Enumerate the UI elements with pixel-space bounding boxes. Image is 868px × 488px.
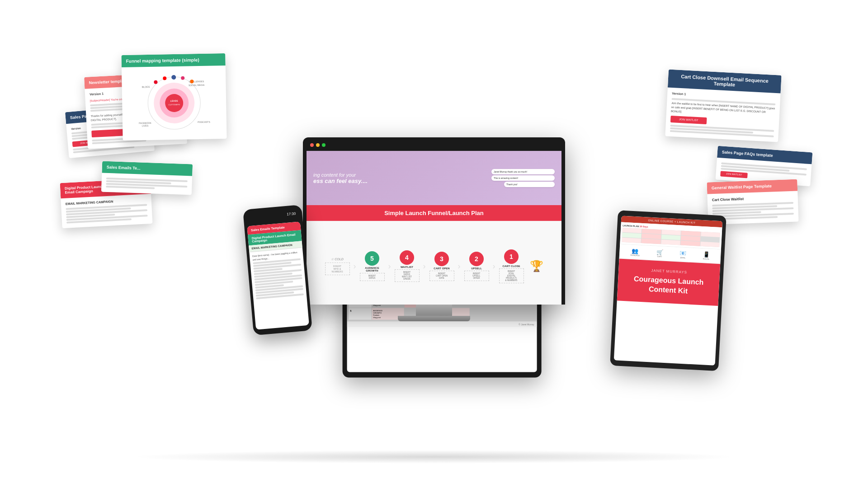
trophy-icon: 🏆 [530,260,543,272]
arrow-3: › [423,261,426,271]
cart-close-body: Version 1 Join the waitlist to be first … [665,88,780,142]
step-5-num: 5 [365,251,379,266]
monitor-headline: ing content for your ess can feel easy..… [313,172,368,184]
phone-email-content: Dear [first name] - I've been juggling a… [250,248,307,303]
step-5-insert: INSERTDATES [360,273,385,281]
cart-close-card: Cart Close Downsell Email Sequence Templ… [665,70,781,142]
phone-frame: 17:30 Sales Emails Template Digital Prod… [243,205,312,335]
monitor-dots [307,141,561,149]
step-4-label: WAITLIST [401,266,413,268]
funnel-simple-card: Funnel mapping template (simple) LEADS C… [121,53,226,141]
step-1-insert: INSERTGOAL(DIGITALPRODUCT)& NUMBERS [499,268,524,283]
monitor: ing content for your ess can feel easy..… [303,137,565,321]
monitor-screen: ing content for your ess can feel easy..… [303,137,565,305]
sales-email-card: Sales Emails Te... [101,161,193,195]
sales-faq-right-btn: JOIN WAITLIST [720,171,748,178]
chat-msg-1: Janet Murray thank you so much! [491,169,555,174]
tablet-right-frame: ONLINE COURSE + LAUNCH KIT LAUNCH PLAN 3… [610,210,727,371]
icon-audience: 👥 AUDIENCE [631,248,641,257]
cold-insert: INSERTWHO &NUMBERS [325,262,350,275]
funnel-title-text: Simple Launch Funnel/Launch Plan [384,210,484,216]
svg-text:BLOGS: BLOGS [142,85,150,88]
step-1-num: 1 [504,249,519,263]
svg-text:CUSTOMERS: CUSTOMERS [169,103,180,106]
cart-close-btn: JOIN WAITLIST [670,115,707,124]
tablet-footer: © Janet Murray [347,321,537,327]
svg-text:PODCASTS: PODCASTS [198,121,210,123]
step-2: 2 UPSELL INSERTUPSELLOFFER [464,251,489,281]
svg-point-12 [171,75,176,80]
step-2-label: UPSELL [471,267,482,269]
sales-email-body [101,173,192,195]
funnel-simple-title: Funnel mapping template (simple) [126,57,199,64]
waitlist-sub: Cart Close Waitlist [712,195,793,203]
scene-shadow [130,450,738,464]
cold-step: ☆ COLD INSERTWHO &NUMBERS [325,257,350,275]
digital-product-body: EMAIL MARKETING CAMPAIGN [61,194,152,228]
arrow-5: › [493,261,495,271]
funnel-header: Simple Launch Funnel/Launch Plan [307,205,561,221]
step-5: 5 AUDIENCEGROWTH INSERTDATES [360,251,385,281]
product-name: Courageous LaunchContent Kit [633,274,704,297]
step-3-num: 3 [434,251,449,266]
step-5-label: AUDIENCEGROWTH [365,267,379,272]
cart-close-title: Cart Close Downsell Email Sequence Templ… [681,74,769,87]
dot-red [310,143,314,147]
svg-text:LIVES: LIVES [142,124,149,127]
phone-email-header-text: Sales Emails Template [251,225,285,232]
step-4-num: 4 [400,250,414,265]
funnel-body: ☆ COLD INSERTWHO &NUMBERS › 5 AUDIENCEGR… [307,221,561,305]
arrow-4: › [458,261,461,271]
arrow-2: › [388,261,391,271]
step-2-insert: INSERTUPSELLOFFER [464,270,489,281]
brand-name: JANET MURRAYS [651,268,688,274]
chat-msg-3: Thank you! [504,182,555,187]
step-1: 1 CART CLOSE INSERTGOAL(DIGITALPRODUCT)&… [499,249,524,283]
chat-msg-2: This is amazing content! [491,175,555,181]
svg-text:SOCIAL MEDIA: SOCIAL MEDIA [189,84,205,87]
svg-point-13 [181,76,184,80]
phone-campaign-label: Digital Product Launch Email Campaign [252,233,296,243]
tablet-right-screen: ONLINE COURSE + LAUNCH KIT LAUNCH PLAN 3… [614,216,722,366]
svg-point-14 [163,76,166,80]
monitor-base [398,316,470,321]
sales-faq-right-title: Sales Page FAQs template [722,150,773,158]
tablet-right: ONLINE COURSE + LAUNCH KIT LAUNCH PLAN 3… [610,210,727,371]
step-4: 4 WAITLIST INSERTDATESWAIT LISTOPENS [395,250,420,282]
icon-social: 📱 SOCIAL [703,251,710,260]
arrow-1: › [354,261,356,271]
cold-label: ☆ COLD [331,257,343,261]
funnel-diagram: LEADS CUSTOMERS CHALLENGES SOCIAL MEDIA … [137,73,211,133]
monitor-chat: Janet Murray thank you so much! This is … [491,168,555,188]
monitor-neck [416,305,452,316]
step-4-insert: INSERTDATESWAIT LISTOPENS [395,269,420,282]
svg-text:LEADS: LEADS [170,99,179,102]
funnel-simple-body: LEADS CUSTOMERS CHALLENGES SOCIAL MEDIA … [122,66,227,141]
tablet-right-branding: JANET MURRAYS Courageous LaunchContent K… [617,258,721,305]
main-scene: Funnel mapping template (simple) LEADS C… [0,0,868,488]
step-2-num: 2 [469,251,484,266]
step-1-label: CART CLOSE [503,264,520,267]
digital-product-title: Digital Product LaunchEmail Campaign [65,184,104,195]
step-3: 3 CART OPEN INSERTCART OPENDATE [429,251,454,281]
icon-cart: 🛒 CART [656,249,664,258]
step-3-label: CART OPEN [434,267,449,269]
icon-email: 📧 EMAIL [679,250,687,259]
monitor-content: ing content for your ess can feel easy..… [307,151,561,305]
tablet-footer-brand: © Janet Murray [519,323,534,325]
dot-yellow [316,143,320,147]
sales-email-title: Sales Emails Te... [107,165,141,171]
phone-screen: Sales Emails Template Digital Product La… [247,221,310,329]
dot-green [322,143,326,147]
funnel-simple-header: Funnel mapping template (simple) [121,53,225,67]
phone: 17:30 Sales Emails Template Digital Prod… [243,205,312,335]
step-3-insert: INSERTCART OPENDATE [429,270,454,281]
waitlist-title: General Waitlist Page Template [712,184,772,191]
